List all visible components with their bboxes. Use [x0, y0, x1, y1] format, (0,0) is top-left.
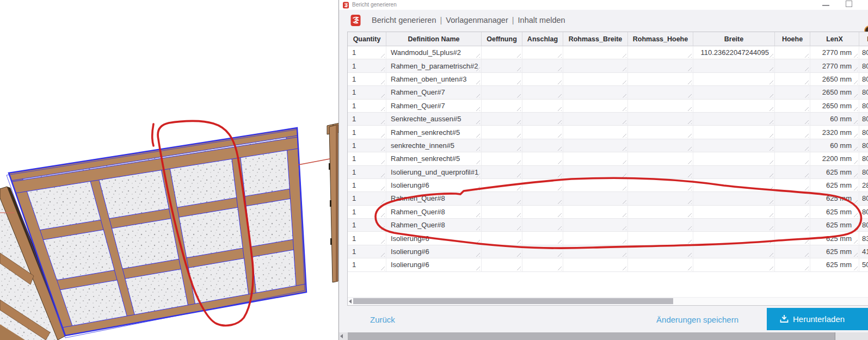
table-cell[interactable] — [693, 258, 775, 271]
table-cell[interactable] — [775, 166, 810, 179]
table-cell[interactable]: Isolierung#6 — [386, 245, 482, 258]
table-cell[interactable]: 1 — [348, 59, 386, 72]
scroll-left-arrow-icon[interactable] — [349, 299, 352, 304]
table-cell[interactable] — [522, 113, 563, 126]
table-cell[interactable]: 625 mm — [810, 206, 859, 219]
table-cell[interactable] — [563, 126, 628, 139]
table-cell[interactable] — [482, 113, 522, 126]
table-cell[interactable] — [522, 245, 563, 258]
table-cell[interactable]: Rahmen_senkrecht#5 — [386, 152, 482, 165]
table-cell[interactable]: Isolierung#6 — [386, 232, 482, 245]
table-cell[interactable] — [563, 219, 628, 232]
table-cell[interactable]: 1 — [348, 245, 386, 258]
table-cell[interactable]: Senkrechte_aussen#5 — [386, 113, 482, 126]
table-cell[interactable]: 1 — [348, 86, 386, 99]
table-cell[interactable]: 2650 mm — [810, 73, 859, 86]
table-cell[interactable] — [775, 73, 810, 86]
table-cell[interactable]: 1 — [348, 46, 386, 59]
table-cell[interactable] — [775, 126, 810, 139]
table-cell[interactable] — [522, 258, 563, 271]
table-cell[interactable] — [522, 166, 563, 179]
table-cell[interactable] — [628, 113, 693, 126]
table-cell[interactable]: Wandmodul_5Lplus#2 — [386, 46, 482, 59]
table-cell[interactable] — [775, 59, 810, 72]
table-cell[interactable]: 2650 mm — [810, 86, 859, 99]
table-cell[interactable]: 1 — [348, 206, 386, 219]
table-cell[interactable] — [563, 100, 628, 113]
table-cell[interactable]: senkrechte_innen#5 — [386, 139, 482, 152]
table-cell[interactable] — [775, 245, 810, 258]
table-cell[interactable]: 80 — [859, 152, 868, 165]
table-cell[interactable] — [628, 59, 693, 72]
table-cell[interactable]: 80 — [859, 192, 868, 205]
table-cell[interactable]: 1 — [348, 152, 386, 165]
table-cell[interactable] — [693, 245, 775, 258]
table-cell[interactable]: 625 mm — [810, 245, 859, 258]
table-cell[interactable]: 625 mm — [810, 258, 859, 271]
stud-post[interactable] — [327, 123, 338, 282]
table-cell[interactable]: 1 — [348, 73, 386, 86]
table-cell[interactable] — [693, 152, 775, 165]
table-cell[interactable] — [563, 46, 628, 59]
table-cell[interactable]: 80 — [859, 206, 868, 219]
table-cell[interactable]: Rahmen_Quer#8 — [386, 219, 482, 232]
table-cell[interactable] — [775, 100, 810, 113]
table-cell[interactable] — [628, 139, 693, 152]
table-cell[interactable] — [482, 126, 522, 139]
scroll-left-arrow-icon[interactable] — [340, 334, 343, 338]
table-cell[interactable] — [775, 179, 810, 192]
scrollbar-thumb[interactable] — [348, 332, 835, 340]
nav-vorlagenmanager[interactable]: Vorlagenmanager — [446, 16, 508, 24]
table-cell[interactable]: 80 — [859, 100, 868, 113]
table-cell[interactable]: 2320 mm — [810, 126, 859, 139]
table-cell[interactable]: 625 mm — [810, 232, 859, 245]
table-cell[interactable] — [563, 166, 628, 179]
table-cell[interactable] — [775, 139, 810, 152]
table-cell[interactable] — [775, 152, 810, 165]
table-cell[interactable] — [482, 152, 522, 165]
table-cell[interactable] — [628, 179, 693, 192]
table-cell[interactable] — [693, 139, 775, 152]
table-cell[interactable] — [522, 86, 563, 99]
table-cell[interactable]: 80 — [859, 73, 868, 86]
table-horizontal-scrollbar[interactable] — [348, 297, 868, 305]
table-cell[interactable] — [693, 86, 775, 99]
table-cell[interactable]: 1 — [348, 166, 386, 179]
page-horizontal-scrollbar[interactable] — [339, 332, 868, 340]
table-cell[interactable] — [775, 192, 810, 205]
table-cell[interactable] — [563, 59, 628, 72]
table-cell[interactable]: Rahmen_senkrecht#5 — [386, 126, 482, 139]
table-cell[interactable]: 41 — [859, 245, 868, 258]
minimize-button[interactable] — [822, 5, 829, 6]
table-cell[interactable] — [628, 192, 693, 205]
table-cell[interactable] — [522, 139, 563, 152]
table-cell[interactable] — [482, 86, 522, 99]
nav-bericht-generieren[interactable]: Bericht generieren — [372, 16, 436, 24]
save-changes-link[interactable]: Änderungen speichern — [656, 315, 738, 324]
table-cell[interactable]: 625 mm — [810, 192, 859, 205]
table-cell[interactable] — [693, 206, 775, 219]
table-cell[interactable]: 110.23622047244095 — [693, 46, 775, 59]
table-cell[interactable]: Rahmen_Quer#7 — [386, 100, 482, 113]
nav-inhalt-melden[interactable]: Inhalt melden — [518, 16, 565, 24]
table-cell[interactable] — [482, 100, 522, 113]
table-cell[interactable] — [522, 206, 563, 219]
table-cell[interactable]: 60 mm — [810, 113, 859, 126]
table-cell[interactable]: 80 — [859, 86, 868, 99]
table-cell[interactable]: Rahmen_oben_unten#3 — [386, 73, 482, 86]
table-cell[interactable] — [628, 73, 693, 86]
table-cell[interactable]: 28 — [859, 179, 868, 192]
table-cell[interactable]: 625 mm — [810, 219, 859, 232]
table-cell[interactable] — [482, 139, 522, 152]
table-cell[interactable]: 1 — [348, 139, 386, 152]
table-cell[interactable] — [775, 219, 810, 232]
table-cell[interactable]: 80 — [859, 219, 868, 232]
table-cell[interactable]: 2200 mm — [810, 152, 859, 165]
table-cell[interactable]: Rahmen_Quer#7 — [386, 86, 482, 99]
table-cell[interactable]: 83 — [859, 232, 868, 245]
table-cell[interactable] — [563, 192, 628, 205]
table-cell[interactable] — [563, 258, 628, 271]
table-cell[interactable] — [482, 166, 522, 179]
table-cell[interactable] — [482, 206, 522, 219]
table-cell[interactable] — [482, 59, 522, 72]
